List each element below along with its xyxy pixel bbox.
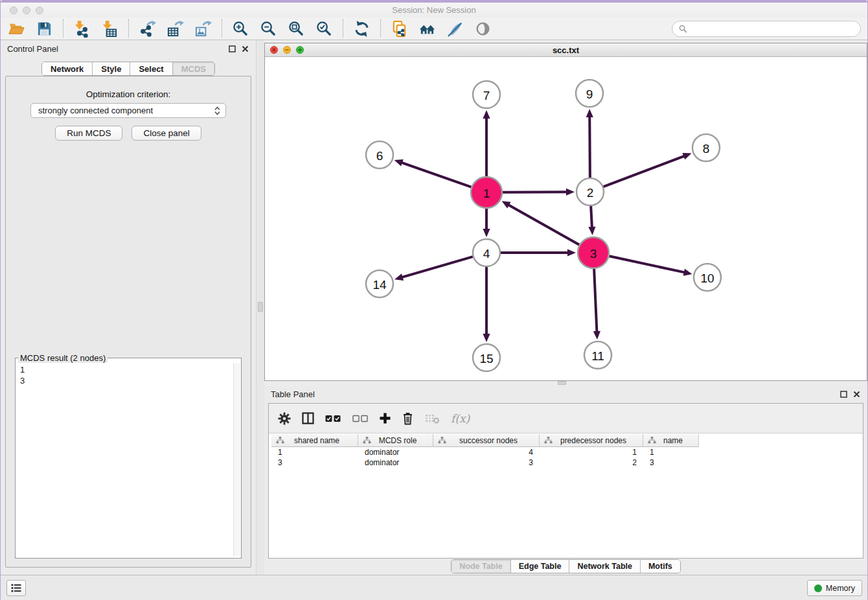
tab-style[interactable]: Style [92, 62, 130, 75]
column-header-mcds-role[interactable]: MCDS role [358, 434, 433, 447]
delete-table-icon[interactable] [425, 413, 440, 424]
deselect-all-icon[interactable] [352, 415, 369, 422]
table-panel-close-button[interactable] [852, 389, 861, 398]
tab-edge-table[interactable]: Edge Table [510, 560, 569, 573]
graph-edge-3-10[interactable] [609, 256, 692, 275]
tab-motifs[interactable]: Motifs [640, 560, 680, 573]
table-cell[interactable]: 3 [643, 458, 699, 467]
tab-network-table[interactable]: Network Table [569, 560, 640, 573]
graph-edge-2-9[interactable] [586, 109, 593, 178]
tab-node-table[interactable]: Node Table [451, 560, 510, 573]
eye-icon[interactable] [472, 19, 493, 38]
network-canvas[interactable]: 7968124314101511 [265, 57, 867, 380]
graph-edge-1-6[interactable] [394, 159, 472, 187]
graph-edge-4-3[interactable] [501, 249, 576, 256]
add-icon[interactable] [380, 413, 391, 424]
graph-node-9[interactable]: 9 [576, 80, 603, 107]
graph-node-1[interactable]: 1 [471, 177, 502, 208]
zoom-in-icon[interactable] [230, 19, 251, 38]
table-cell[interactable]: dominator [358, 458, 433, 467]
mcds-result-list[interactable]: 13 [17, 363, 233, 557]
search-input[interactable] [691, 24, 854, 34]
graph-edge-3-1[interactable] [502, 201, 580, 244]
horizontal-splitter[interactable] [264, 381, 867, 386]
graph-node-4[interactable]: 4 [473, 239, 500, 266]
search-box[interactable] [672, 21, 861, 37]
export-image-icon[interactable] [192, 19, 213, 38]
network-window-titlebar[interactable]: scc.txt [265, 43, 867, 57]
graph-node-10[interactable]: 10 [694, 264, 721, 291]
tab-network[interactable]: Network [42, 62, 92, 75]
graph-edge-4-14[interactable] [394, 257, 473, 281]
save-icon[interactable] [34, 19, 54, 38]
graph-node-11[interactable]: 11 [584, 341, 611, 369]
brush-icon[interactable] [444, 19, 465, 38]
zoom-fit-icon[interactable] [286, 19, 306, 38]
horizontal-splitter-grip[interactable] [558, 381, 566, 385]
memory-button[interactable]: Memory [807, 580, 862, 596]
graph-edge-4-15[interactable] [483, 267, 490, 342]
split-columns-icon[interactable] [302, 412, 314, 424]
import-table-icon[interactable] [99, 19, 120, 38]
mcds-result-item[interactable]: 3 [20, 375, 233, 386]
table-cell[interactable]: 1 [643, 448, 699, 457]
graph-edge-2-8[interactable] [604, 153, 692, 187]
select-all-icon[interactable] [325, 415, 341, 422]
vertical-splitter[interactable] [256, 40, 264, 575]
graph-node-14[interactable]: 14 [366, 270, 393, 297]
delete-icon[interactable] [402, 411, 414, 425]
graph-node-7[interactable]: 7 [473, 81, 500, 108]
table-cell[interactable]: 1 [540, 448, 643, 457]
column-header-successor-nodes[interactable]: successor nodes [433, 434, 540, 447]
graph-edge-2-3[interactable] [588, 206, 595, 235]
gear-icon[interactable] [278, 412, 291, 425]
mcds-result-scrollbar[interactable] [233, 363, 240, 557]
vertical-splitter-grip[interactable] [258, 302, 263, 312]
import-network-icon[interactable] [71, 19, 92, 38]
close-panel-button[interactable]: Close panel [131, 126, 201, 141]
home-icon[interactable] [417, 19, 437, 38]
table-panel-float-button[interactable] [839, 389, 848, 398]
graph-node-8[interactable]: 8 [692, 134, 720, 161]
toolbar-separator [380, 19, 381, 38]
table-header-row: shared nameMCDS rolesuccessor nodesprede… [271, 434, 863, 447]
table-cell[interactable]: dominator [358, 448, 433, 457]
table-cell[interactable]: 3 [433, 458, 540, 467]
window-title: Session: New Session [1, 5, 867, 15]
graph-edge-1-4[interactable] [483, 209, 490, 237]
mcds-result-item[interactable]: 1 [20, 364, 233, 375]
function-icon[interactable]: f(x) [451, 412, 470, 425]
graph-edge-1-7[interactable] [483, 110, 490, 176]
table-cell[interactable]: 3 [271, 458, 358, 467]
refresh-icon[interactable] [351, 19, 372, 38]
run-mcds-button[interactable]: Run MCDS [55, 126, 122, 141]
graph-edge-1-2[interactable] [503, 189, 575, 196]
table-toolbar: f(x) [269, 404, 863, 433]
zoom-selected-icon[interactable] [314, 19, 334, 38]
graph-node-3[interactable]: 3 [578, 237, 609, 268]
graph-node-15[interactable]: 15 [473, 344, 500, 371]
graph-node-6[interactable]: 6 [366, 141, 393, 168]
main-toolbar [1, 17, 867, 40]
column-header-name[interactable]: name [643, 434, 699, 447]
table-row[interactable]: 1dominator411 [271, 447, 863, 457]
open-folder-icon[interactable] [6, 19, 27, 38]
export-table-icon[interactable] [165, 19, 185, 38]
criterion-dropdown[interactable]: strongly connected component [30, 103, 226, 118]
graph-edge-3-11[interactable] [593, 269, 600, 340]
table-cell[interactable]: 1 [271, 448, 358, 457]
tab-select[interactable]: Select [130, 62, 172, 75]
table-cell[interactable]: 4 [433, 448, 540, 457]
table-cell[interactable]: 2 [540, 458, 643, 467]
column-header-predecessor-nodes[interactable]: predecessor nodes [540, 434, 643, 447]
control-panel-close-button[interactable] [240, 44, 249, 53]
tab-mcds[interactable]: MCDS [172, 62, 214, 75]
column-header-shared-name[interactable]: shared name [271, 434, 358, 447]
control-panel-float-button[interactable] [227, 44, 236, 53]
clone-network-icon[interactable] [389, 19, 409, 38]
table-row[interactable]: 3dominator323 [271, 457, 863, 468]
export-network-icon[interactable] [137, 19, 157, 38]
zoom-out-icon[interactable] [258, 19, 279, 38]
graph-node-2[interactable]: 2 [577, 178, 604, 205]
task-history-button[interactable] [6, 580, 26, 596]
